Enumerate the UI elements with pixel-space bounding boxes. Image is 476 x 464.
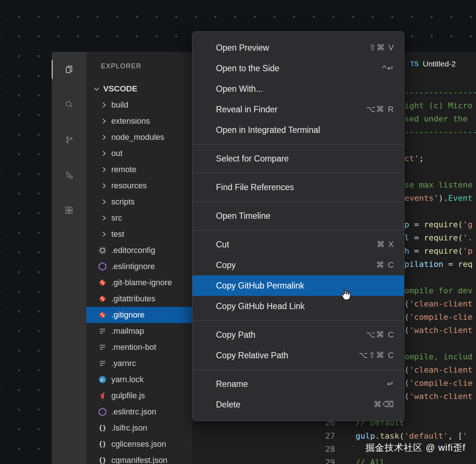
tree-root-vscode[interactable]: VSCODE [86, 81, 192, 97]
menu-item-copy-path[interactable]: Copy Path⌥⌘ C [192, 325, 404, 345]
code-line [404, 337, 476, 350]
code-line: ight (c) Micro [404, 99, 476, 112]
code-line-numbered: 27gulp.task('default', [' [316, 429, 468, 443]
file-.editorconfig[interactable]: .editorconfig [86, 242, 192, 258]
menu-item-delete[interactable]: Delete⌘⌫ [192, 394, 404, 415]
menu-item-reveal-in-finder[interactable]: Reveal in Finder⌥⌘ R [192, 99, 404, 120]
menu-separator [192, 202, 404, 202]
file-.eslintignore[interactable]: .eslintignore [86, 258, 192, 275]
menu-item-cut[interactable]: Cut⌘ X [192, 234, 404, 255]
code-line [404, 271, 476, 284]
code-line: ('clean-client [404, 297, 476, 311]
menu-item-shortcut: ⌘ X [376, 240, 394, 249]
code-segment: require [424, 246, 458, 255]
tree-item-label: .eslintignore [111, 262, 155, 271]
typescript-file-icon: TS [410, 60, 419, 68]
menu-item-rename[interactable]: Rename↵ [192, 374, 404, 394]
menu-item-label: Open Preview [216, 43, 269, 53]
code-line: -------------------- [404, 126, 476, 139]
code-segment: , [ [448, 431, 463, 441]
code-line [404, 165, 476, 178]
tree-item-label: .git-blame-ignore [111, 278, 172, 287]
code-segment: task [380, 431, 399, 441]
menu-item-label: Reveal in Finder [216, 105, 277, 115]
chevron-right-icon [100, 165, 108, 174]
code-segment: se max listene [404, 180, 472, 189]
folder-out[interactable]: out [86, 145, 192, 162]
code-segment: '. [463, 233, 473, 242]
menu-item-select-for-compare[interactable]: Select for Compare [192, 148, 404, 169]
tree-item-label: scripts [111, 197, 135, 207]
code-segment: = [414, 233, 424, 242]
tree-item-label: out [111, 149, 123, 158]
code-segment: // All [356, 458, 385, 464]
file-.mention-bot[interactable]: .mention-bot [86, 339, 192, 355]
tree-item-label: .editorconfig [111, 246, 155, 255]
folder-extensions[interactable]: extensions [86, 113, 192, 129]
menu-item-label: Copy Path [216, 330, 255, 340]
code-segment: = [414, 246, 424, 255]
activity-explorer[interactable] [52, 52, 86, 87]
menu-item-open-preview[interactable]: Open Preview⇧⌘ V [192, 37, 404, 58]
activity-extensions[interactable] [52, 193, 86, 228]
tree-item-label: cgmanifest.json [111, 456, 167, 464]
file-cgmanifest.json[interactable]: {}cgmanifest.json [86, 452, 192, 464]
menu-item-label: Cut [216, 240, 229, 250]
menu-item-find-file-references[interactable]: Find File References [192, 177, 404, 197]
code-segment: -------------------- [404, 127, 476, 137]
menu-item-shortcut: ↵ [387, 379, 394, 389]
chevron-right-icon [100, 133, 108, 142]
chevron-right-icon [100, 117, 108, 126]
folder-resources[interactable]: resources [86, 178, 192, 194]
menu-item-label: Select for Compare [216, 154, 289, 164]
menu-item-open-to-the-side[interactable]: Open to the Side^↵ [192, 58, 404, 79]
folder-src[interactable]: src [86, 210, 192, 226]
code-line [404, 139, 476, 152]
chevron-right-icon [100, 181, 108, 190]
file-.lsifrc.json[interactable]: {}.lsifrc.json [86, 420, 192, 436]
yarn-icon [98, 375, 107, 384]
menu-item-copy-relative-path[interactable]: Copy Relative Path⌥⇧⌘ C [192, 345, 404, 366]
code-segment: ompile, includ [404, 352, 472, 361]
file-.mailmap[interactable]: .mailmap [86, 323, 192, 339]
menu-item-open-timeline[interactable]: Open Timeline [192, 206, 404, 226]
menu-item-open-with[interactable]: Open With... [192, 79, 404, 99]
file-.yarnrc[interactable]: .yarnrc [86, 355, 192, 371]
menu-item-label: Find File References [216, 182, 294, 192]
activity-source-control[interactable] [52, 122, 86, 157]
git-icon [98, 294, 107, 303]
folder-remote[interactable]: remote [86, 162, 192, 178]
watermark: 掘金技术社区 @ wifi歪f [365, 442, 465, 454]
file-gulpfile.js[interactable]: gulpfile.js [86, 388, 192, 404]
folder-scripts[interactable]: scripts [86, 194, 192, 210]
menu-item-copy-github-permalink[interactable]: Copy GitHub Permalink [192, 275, 404, 296]
file-.gitignore[interactable]: .gitignore [86, 307, 192, 323]
menu-item-copy-github-head-link[interactable]: Copy GitHub Head Link [192, 296, 404, 316]
file-.gitattributes[interactable]: .gitattributes [86, 291, 192, 307]
code-gutter-area: 26// Default27gulp.task('default', ['282… [316, 416, 468, 464]
file-cglicenses.json[interactable]: {}cglicenses.json [86, 436, 192, 452]
code-segment: require [424, 233, 458, 242]
file-.git-blame-ignore[interactable]: .git-blame-ignore [86, 275, 192, 291]
folder-test[interactable]: test [86, 226, 192, 242]
file-yarn.lock[interactable]: yarn.lock [86, 371, 192, 388]
file-.eslintrc.json[interactable]: .eslintrc.json [86, 404, 192, 420]
menu-item-copy[interactable]: Copy⌘ C [192, 255, 404, 275]
tree-item-label: .mention-bot [111, 342, 156, 352]
code-segment: . [375, 431, 380, 441]
code-segment: ). [439, 193, 448, 203]
code-area[interactable]: --------------------ight (c) Microsed un… [404, 86, 476, 403]
code-segment: 'g [463, 220, 473, 229]
activity-search[interactable] [52, 87, 86, 122]
code-line: events').Event [404, 192, 476, 205]
folder-node_modules[interactable]: node_modules [86, 129, 192, 145]
tab-untitled-2[interactable]: TS Untitled-2 [404, 52, 476, 76]
line-number: 29 [316, 456, 335, 464]
code-segment: 'compile-clie [409, 312, 472, 322]
folder-build[interactable]: build [86, 97, 192, 113]
activity-run-debug[interactable] [52, 157, 86, 193]
tree-item-label: remote [111, 165, 136, 174]
menu-item-open-in-integrated-terminal[interactable]: Open in Integrated Terminal [192, 120, 404, 140]
menu-item-label: Open to the Side [216, 64, 280, 73]
code-line: ('compile-clie [404, 377, 476, 390]
